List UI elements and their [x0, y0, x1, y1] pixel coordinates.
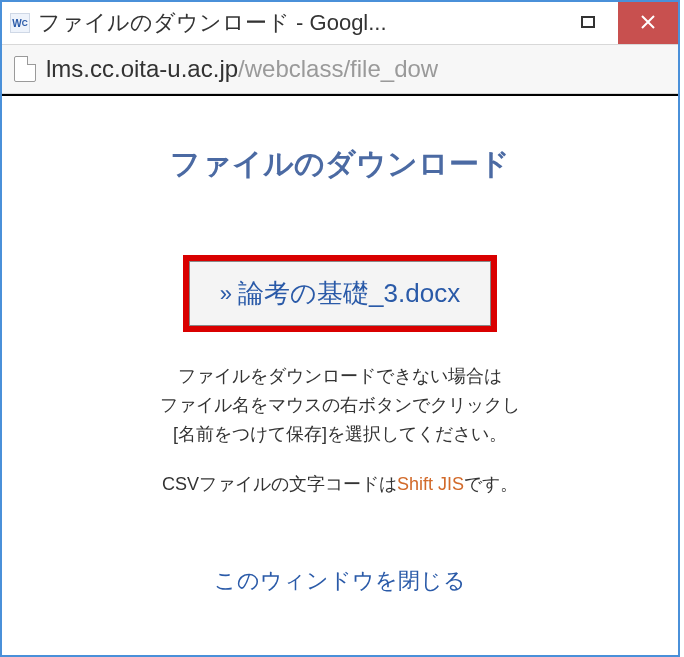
close-window-button[interactable]	[618, 2, 678, 44]
help-line-1: ファイルをダウンロードできない場合は	[22, 362, 658, 391]
csv-suffix: です。	[464, 474, 518, 494]
svg-rect-0	[582, 17, 594, 27]
titlebar[interactable]: WC ファイルのダウンロード - Googl...	[2, 2, 678, 44]
csv-encoding: Shift JIS	[397, 474, 464, 494]
help-line-2: ファイル名をマウスの右ボタンでクリックし	[22, 391, 658, 420]
maximize-button[interactable]	[558, 2, 618, 44]
file-download-link[interactable]: 論考の基礎_3.docx	[238, 276, 460, 311]
browser-window: WC ファイルのダウンロード - Googl... lms.cc.oita-u.…	[0, 0, 680, 657]
url-domain: lms.cc.oita-u.ac.jp	[46, 55, 238, 82]
help-text: ファイルをダウンロードできない場合は ファイル名をマウスの右ボタンでクリックし …	[22, 362, 658, 448]
favicon-icon: WC	[10, 13, 30, 33]
window-title: ファイルのダウンロード - Googl...	[38, 8, 387, 38]
addressbar[interactable]: lms.cc.oita-u.ac.jp/webclass/file_dow	[2, 44, 678, 94]
close-window-link[interactable]: このウィンドウを閉じる	[214, 566, 466, 596]
highlight-box: » 論考の基礎_3.docx	[183, 255, 497, 332]
titlebar-left: WC ファイルのダウンロード - Googl...	[2, 8, 387, 38]
close-icon	[640, 14, 656, 33]
window-controls	[558, 2, 678, 44]
csv-note: CSVファイルの文字コードはShift JISです。	[22, 472, 658, 496]
page-icon	[14, 56, 36, 82]
page-title: ファイルのダウンロード	[22, 144, 658, 185]
file-download-box: » 論考の基礎_3.docx	[189, 261, 491, 326]
url-display: lms.cc.oita-u.ac.jp/webclass/file_dow	[46, 55, 438, 83]
url-path: /webclass/file_dow	[238, 55, 438, 82]
help-line-3: [名前をつけて保存]を選択してください。	[22, 420, 658, 449]
csv-prefix: CSVファイルの文字コードは	[162, 474, 397, 494]
maximize-icon	[581, 14, 595, 32]
chevron-right-icon: »	[220, 281, 232, 307]
page-content: ファイルのダウンロード » 論考の基礎_3.docx ファイルをダウンロードでき…	[2, 94, 678, 596]
